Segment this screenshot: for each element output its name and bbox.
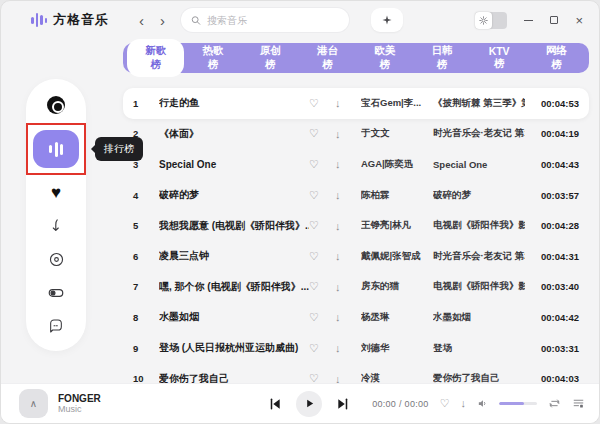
- tab-label: 原创榜: [242, 39, 299, 77]
- download-song-button[interactable]: ↓: [461, 398, 467, 409]
- song-artist: 陈柏霖: [361, 189, 433, 202]
- song-row[interactable]: 7 嘿, 那个你 (电视剧《骄阳伴我》... ♡ ↓ 房东的猫 电视剧《骄阳伴我…: [123, 272, 589, 303]
- sparkle-button[interactable]: [371, 8, 403, 32]
- chart-tab[interactable]: KTV榜: [471, 43, 528, 73]
- previous-track-button[interactable]: [268, 397, 282, 411]
- song-duration: 00:04:19: [525, 128, 579, 139]
- chart-tab[interactable]: 热歌榜: [184, 43, 241, 73]
- song-like-icon[interactable]: ♡: [309, 280, 335, 293]
- song-like-icon[interactable]: ♡: [309, 219, 335, 232]
- play-icon: [304, 398, 315, 409]
- song-index: 3: [133, 159, 159, 170]
- song-like-icon[interactable]: ♡: [309, 250, 335, 263]
- song-row[interactable]: 8 水墨如烟 ♡ ↓ 杨丞琳 水墨如烟 00:04:42: [123, 302, 589, 333]
- song-title: 凌晨三点钟: [159, 249, 309, 263]
- song-album: 破碎的梦: [433, 189, 525, 202]
- song-row[interactable]: 5 我想我愿意 (电视剧《骄阳伴我》... ♡ ↓ 王铮亮|林凡 电视剧《骄阳伴…: [123, 210, 589, 241]
- close-button[interactable]: ×: [575, 14, 583, 27]
- tab-label: 网络榜: [528, 39, 585, 77]
- sidebar-item-favorites[interactable]: ♥: [51, 184, 61, 201]
- brand-block: FONGER Music: [58, 393, 101, 414]
- song-like-icon[interactable]: ♡: [309, 311, 335, 324]
- song-like-icon[interactable]: ♡: [309, 127, 335, 140]
- song-like-icon[interactable]: ♡: [309, 189, 335, 202]
- tab-label: 热歌榜: [184, 39, 241, 77]
- song-like-icon[interactable]: ♡: [309, 342, 335, 355]
- song-download-icon[interactable]: ↓: [335, 311, 361, 323]
- song-duration: 00:04:42: [525, 312, 579, 323]
- song-download-icon[interactable]: ↓: [335, 97, 361, 109]
- song-download-icon[interactable]: ↓: [335, 189, 361, 201]
- search-input[interactable]: [207, 15, 339, 26]
- album-cover-expand[interactable]: ∧: [19, 389, 48, 418]
- volume-slider[interactable]: [499, 402, 537, 405]
- transport-controls: [268, 391, 350, 417]
- song-album: 电视剧《骄阳伴我》影视原声大碟: [433, 219, 525, 232]
- tab-label: KTV榜: [471, 40, 528, 76]
- volume-icon[interactable]: [477, 398, 488, 409]
- song-title: 破碎的梦: [159, 188, 309, 202]
- song-duration: 00:04:43: [525, 159, 579, 170]
- song-row[interactable]: 6 凌晨三点钟 ♡ ↓ 戴佩妮|张智成 时光音乐会·老友记 第2期 00:04:…: [123, 241, 589, 272]
- song-artist: 戴佩妮|张智成: [361, 250, 433, 263]
- song-download-icon[interactable]: ↓: [335, 220, 361, 232]
- song-row[interactable]: 9 登场 (人民日报杭州亚运助威曲) ♡ ↓ 刘德华 登场 00:03:31: [123, 333, 589, 364]
- search-box[interactable]: [181, 8, 349, 32]
- theme-toggle[interactable]: [475, 12, 507, 29]
- sidebar-item-radio[interactable]: [48, 251, 65, 268]
- chart-tab[interactable]: 日韩榜: [413, 43, 470, 73]
- song-download-icon[interactable]: ↓: [335, 281, 361, 293]
- chart-tab[interactable]: 港台榜: [299, 43, 356, 73]
- sidebar-item-visibility[interactable]: [47, 284, 65, 302]
- song-duration: 00:03:57: [525, 190, 579, 201]
- logo-soundbars-icon: [31, 12, 47, 28]
- time-display: 00:00 / 00:00: [372, 399, 429, 409]
- song-row[interactable]: 1 行走的鱼 ♡ ↓ 宝石Gem|李... 《披荆斩棘 第三季》第4期 00:0…: [123, 88, 589, 119]
- history-nav: ‹ ›: [139, 13, 165, 28]
- song-title: Special One: [159, 159, 309, 170]
- song-download-icon[interactable]: ↓: [335, 342, 361, 354]
- collapse-chevron-icon: ∧: [30, 398, 37, 409]
- maximize-button[interactable]: [550, 16, 558, 24]
- minimize-button[interactable]: [524, 20, 533, 21]
- song-duration: 00:03:31: [525, 343, 579, 354]
- next-track-button[interactable]: [336, 397, 350, 411]
- play-button[interactable]: [296, 391, 322, 417]
- like-button[interactable]: ♡: [440, 398, 450, 409]
- song-download-icon[interactable]: ↓: [335, 128, 361, 140]
- chart-tab[interactable]: 欧美榜: [356, 43, 413, 73]
- song-download-icon[interactable]: ↓: [335, 158, 361, 170]
- chart-tab[interactable]: 原创榜: [242, 43, 299, 73]
- sidebar-item-discover[interactable]: [47, 96, 65, 114]
- song-row[interactable]: 2 《体面》 ♡ ↓ 于文文 时光音乐会·老友记 第1期 00:04:19: [123, 119, 589, 150]
- song-duration: 00:04:53: [525, 98, 579, 109]
- song-index: 1: [133, 98, 159, 109]
- chart-tab[interactable]: 新歌榜: [127, 43, 184, 73]
- song-download-icon[interactable]: ↓: [335, 250, 361, 262]
- search-icon: [191, 15, 201, 26]
- song-row[interactable]: 3 Special One ♡ ↓ AGA|陈奕迅 Special One 00…: [123, 149, 589, 180]
- playlist-icon[interactable]: [572, 397, 585, 410]
- volume-fill: [499, 402, 524, 405]
- player-left: ∧ FONGER Music: [19, 389, 101, 418]
- sidebar-item-downloads[interactable]: [48, 217, 65, 234]
- repeat-icon[interactable]: [548, 397, 561, 410]
- song-row[interactable]: 4 破碎的梦 ♡ ↓ 陈柏霖 破碎的梦 00:03:57: [123, 180, 589, 211]
- chart-tab[interactable]: 网络榜: [528, 43, 585, 73]
- sidebar-nav: 排行榜 ♥: [26, 79, 86, 351]
- song-artist: 杨丞琳: [361, 311, 433, 324]
- back-button[interactable]: ‹: [139, 13, 144, 28]
- tab-label: 港台榜: [299, 39, 356, 77]
- song-album: 时光音乐会·老友记 第1期: [433, 127, 525, 140]
- tab-label: 欧美榜: [356, 39, 413, 77]
- song-artist: AGA|陈奕迅: [361, 158, 433, 171]
- forward-button[interactable]: ›: [160, 13, 165, 28]
- song-list: 1 行走的鱼 ♡ ↓ 宝石Gem|李... 《披荆斩棘 第三季》第4期 00:0…: [123, 88, 589, 394]
- sidebar-item-ranking[interactable]: 排行榜: [33, 130, 79, 168]
- song-like-icon[interactable]: ♡: [309, 97, 335, 110]
- sidebar-item-chat[interactable]: [48, 318, 64, 334]
- song-like-icon[interactable]: ♡: [309, 158, 335, 171]
- song-duration: 00:04:28: [525, 220, 579, 231]
- song-duration: 00:04:31: [525, 251, 579, 262]
- app-logo: 方格音乐: [31, 11, 109, 29]
